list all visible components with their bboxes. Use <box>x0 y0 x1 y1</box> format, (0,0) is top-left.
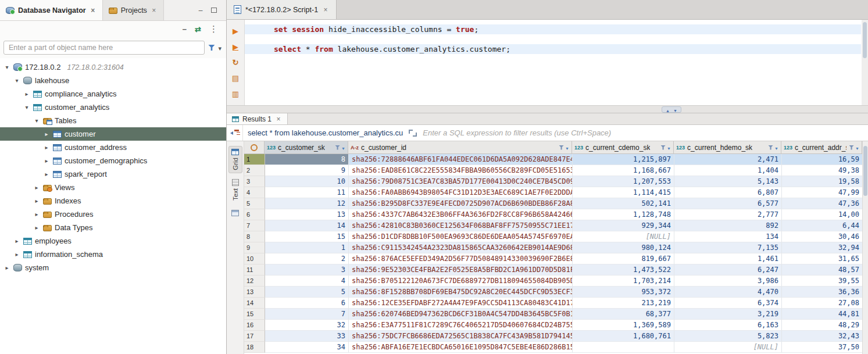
data-cell[interactable]: 47,99 <box>782 187 862 198</box>
data-cell[interactable]: sha256:9E52303CE4FBA2E2F0525E8A5BFBD2C1A… <box>349 264 573 276</box>
chevron-right-icon[interactable] <box>33 184 40 191</box>
tab-sql-script[interactable]: *<172.18.0.2> Script-1 <box>227 0 337 19</box>
data-cell[interactable]: 30,46 <box>782 231 862 242</box>
tree-item-customer[interactable]: customer <box>0 127 226 141</box>
data-cell[interactable]: 6,247 <box>674 264 782 276</box>
sql-filter-icon[interactable] <box>227 125 243 141</box>
results-filter-input[interactable] <box>423 128 868 137</box>
row-number-cell[interactable]: 16 <box>244 320 265 331</box>
column-filter-control[interactable] <box>335 144 345 152</box>
data-cell[interactable]: sha256:42810C83B0360CE125634F068BAF8FF75… <box>349 220 573 231</box>
row-number-cell[interactable]: 1 <box>244 154 265 165</box>
data-cell[interactable]: 44,81 <box>782 309 862 320</box>
data-cell[interactable]: 4 <box>265 276 349 287</box>
data-cell[interactable]: 213,219 <box>573 298 674 309</box>
chevron-down-icon[interactable] <box>23 104 30 110</box>
editor-results-sash[interactable] <box>227 105 868 113</box>
data-cell[interactable]: sha256:ABFA16E7E1ECBDCA65016E1095D847C5E… <box>349 342 573 353</box>
data-cell[interactable]: sha256:FA0ABB6943B98054FC31D12D3E3AEC689… <box>349 187 573 198</box>
data-cell[interactable]: 6,44 <box>782 220 862 231</box>
data-cell[interactable]: 16,59 <box>782 154 862 165</box>
tree-item-172-18-0-2[interactable]: 172.18.0.2172.18.0.2:31604 <box>0 60 226 74</box>
column-header-c-current-hdemo-sk[interactable]: 123c_current_hdemo_sk <box>674 141 781 153</box>
data-cell[interactable]: 929,344 <box>573 220 674 231</box>
explain-plan-icon[interactable] <box>230 57 241 67</box>
data-cell[interactable]: 819,667 <box>573 253 674 264</box>
data-cell[interactable]: sha256:D1CDF8DBB10F500EA9693C86DE6DEAA05… <box>349 231 573 242</box>
data-cell[interactable]: sha256:E3A77511F81C7289C76C4065217D5D406… <box>349 320 573 331</box>
data-cell[interactable]: 1,215,897 <box>573 154 674 165</box>
data-cell[interactable]: sha256:8F1528BB708DF69EB475DC92A8C20EC44… <box>349 287 573 298</box>
row-number-cell[interactable]: 5 <box>244 198 265 209</box>
row-number-cell[interactable]: 3 <box>244 176 265 187</box>
data-cell[interactable]: 134 <box>674 231 782 242</box>
data-cell[interactable]: 1,680,761 <box>573 331 674 342</box>
column-filter-control[interactable] <box>768 144 778 152</box>
close-icon[interactable] <box>322 6 329 14</box>
chevron-right-icon[interactable] <box>13 251 20 258</box>
data-cell[interactable]: 1,128,748 <box>573 209 674 220</box>
data-cell[interactable]: 32,43 <box>782 331 862 342</box>
data-cell[interactable]: 8 <box>265 154 349 165</box>
data-cell[interactable]: 892 <box>674 220 782 231</box>
data-cell[interactable]: 32,94 <box>782 242 862 253</box>
column-filter-control[interactable] <box>660 144 671 152</box>
row-number-cell[interactable]: 13 <box>244 287 265 298</box>
close-icon[interactable] <box>90 6 97 15</box>
view-menu-icon[interactable] <box>209 24 218 34</box>
close-icon[interactable] <box>151 6 158 15</box>
execute-statement-icon[interactable] <box>230 26 241 36</box>
chevron-right-icon[interactable] <box>3 264 10 271</box>
sash-maximize-control[interactable] <box>662 106 681 113</box>
data-cell[interactable]: 49,38 <box>782 165 862 176</box>
chevron-right-icon[interactable] <box>33 198 40 204</box>
tab-projects[interactable]: Projects <box>103 0 164 20</box>
data-cell[interactable]: sha256:12CE35EFDABF272A4A47E9FA9CC5D4113… <box>349 298 573 309</box>
data-cell[interactable]: 980,124 <box>573 242 674 253</box>
data-cell[interactable]: 2,777 <box>674 209 782 220</box>
data-cell[interactable]: 9 <box>265 165 349 176</box>
data-cell[interactable]: 953,372 <box>573 287 674 298</box>
data-cell[interactable]: 3 <box>265 264 349 276</box>
maximize-editor-icon[interactable] <box>666 105 670 114</box>
row-number-cell[interactable]: 6 <box>244 209 265 220</box>
data-cell[interactable]: 14,00 <box>782 209 862 220</box>
tree-item-system[interactable]: system <box>0 261 226 274</box>
record-mode-icon[interactable] <box>231 210 239 216</box>
data-cell[interactable]: sha256:B705122120A673FC7DE6889727DB11809… <box>349 276 573 287</box>
chevron-down-icon[interactable] <box>218 44 222 52</box>
execute-script-icon[interactable] <box>230 41 241 52</box>
tree-item-information-schema[interactable]: information_schema <box>0 248 226 261</box>
data-cell[interactable]: 1,369,589 <box>573 320 674 331</box>
chevron-right-icon[interactable] <box>43 171 50 177</box>
sql-line-1[interactable]: set session hide_inaccessible_columns = … <box>245 24 861 34</box>
data-cell[interactable]: 15 <box>265 231 349 242</box>
column-header-c-customer-sk[interactable]: 123c_customer_sk <box>265 141 348 153</box>
tree-item-lakehouse[interactable]: lakehouse <box>0 74 226 87</box>
data-cell[interactable] <box>573 342 674 353</box>
data-cell[interactable]: sha256:876ACE5EFED349A2D56F77D5084891433… <box>349 253 573 264</box>
row-number-cell[interactable]: 8 <box>244 231 265 242</box>
data-cell[interactable]: 1 <box>265 242 349 253</box>
data-cell[interactable]: 6,807 <box>674 187 782 198</box>
collapse-all-icon[interactable] <box>183 25 187 34</box>
chevron-right-icon[interactable] <box>43 131 50 137</box>
scrollbar-thumb[interactable] <box>863 146 867 196</box>
data-cell[interactable]: sha256:620746BED947362BCD6CF31B0A4C547DD… <box>349 309 573 320</box>
column-header-c-current-addr-sk[interactable]: 123c_current_addr_sk <box>781 141 862 153</box>
chevron-right-icon[interactable] <box>43 144 50 151</box>
tree-item-tables[interactable]: Tables <box>0 114 226 127</box>
data-cell[interactable]: 13 <box>265 209 349 220</box>
data-cell[interactable]: 68,377 <box>573 309 674 320</box>
editor-scrollbar[interactable] <box>862 20 868 105</box>
tree-item-data-types[interactable]: Data Types <box>0 221 226 234</box>
column-filter-control[interactable] <box>849 144 859 152</box>
chevron-right-icon[interactable] <box>13 238 20 244</box>
data-cell[interactable]: 4,470 <box>674 287 782 298</box>
row-number-cell[interactable]: 10 <box>244 253 265 264</box>
data-cell[interactable]: 2,471 <box>674 154 782 165</box>
data-cell[interactable]: 502,141 <box>573 198 674 209</box>
maximize-results-icon[interactable] <box>673 105 677 114</box>
row-number-cell[interactable]: 17 <box>244 331 265 342</box>
data-cell[interactable]: 31,65 <box>782 253 862 264</box>
